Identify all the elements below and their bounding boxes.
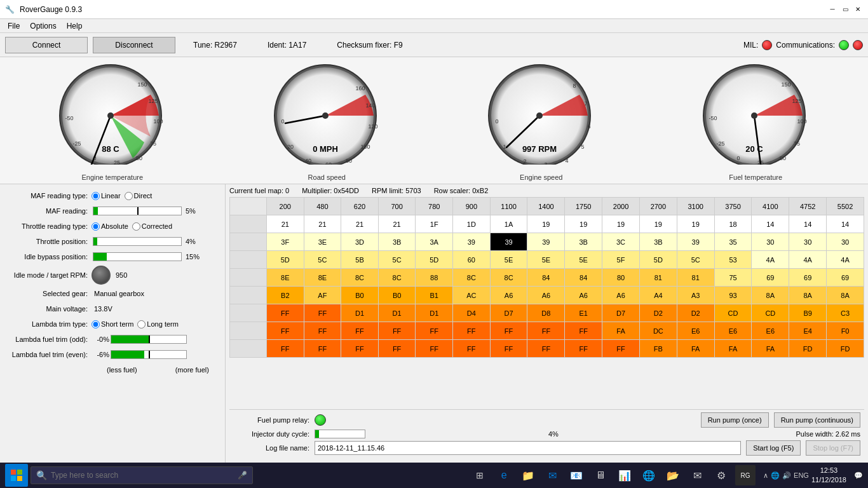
table-cell[interactable]: A4 (639, 287, 677, 304)
lambda-long-option[interactable]: Long term (137, 320, 179, 329)
run-pump-continuous-button[interactable]: Run pump (continuous) (774, 412, 860, 428)
table-cell[interactable]: FF (341, 322, 379, 340)
rovergauge-icon[interactable]: RG (735, 465, 756, 485)
table-cell[interactable]: FF (527, 340, 565, 358)
app1-icon[interactable]: 📧 (566, 465, 587, 485)
table-cell[interactable]: A6 (602, 287, 640, 304)
maximize-button[interactable]: ▭ (840, 4, 850, 15)
table-cell[interactable]: AC (453, 287, 491, 304)
table-cell[interactable]: 60 (453, 251, 491, 269)
table-cell[interactable]: 69 (752, 269, 789, 287)
table-cell[interactable]: B0 (341, 287, 379, 304)
table-cell[interactable]: A6 (490, 287, 527, 304)
table-cell[interactable]: FF (416, 322, 453, 340)
table-cell[interactable]: B1 (416, 287, 453, 304)
table-cell[interactable]: FF (565, 322, 602, 340)
table-cell[interactable]: 4A (827, 251, 864, 269)
table-cell[interactable]: F0 (827, 322, 864, 340)
table-cell[interactable]: 8A (789, 287, 827, 304)
table-cell[interactable]: FA (677, 340, 714, 358)
table-cell[interactable]: B0 (378, 287, 416, 304)
table-cell[interactable]: D7 (602, 304, 640, 322)
log-file-input[interactable] (315, 441, 741, 455)
table-cell[interactable]: FD (789, 340, 827, 358)
table-cell[interactable]: A3 (677, 287, 714, 304)
table-cell[interactable]: 19 (677, 215, 714, 233)
table-cell[interactable]: 19 (565, 215, 602, 233)
table-cell[interactable]: 5B (341, 251, 379, 269)
table-cell[interactable]: D1 (416, 304, 453, 322)
window-controls[interactable]: ─ ▭ ✕ (827, 4, 863, 15)
table-cell[interactable]: 19 (527, 215, 565, 233)
table-cell[interactable]: FF (490, 322, 527, 340)
edge-icon[interactable]: e (494, 465, 514, 485)
notifications-icon[interactable]: 💬 (854, 471, 863, 480)
table-cell[interactable]: 8E (304, 269, 341, 287)
table-cell[interactable]: 75 (714, 269, 752, 287)
table-cell[interactable]: 5D (639, 251, 677, 269)
table-cell[interactable]: A6 (527, 287, 565, 304)
start-log-button[interactable]: Start log (F5) (746, 440, 801, 456)
table-cell[interactable]: DC (639, 322, 677, 340)
table-cell[interactable]: FB (639, 340, 677, 358)
table-cell[interactable]: FF (453, 340, 491, 358)
close-button[interactable]: ✕ (853, 4, 863, 15)
table-cell[interactable]: FF (341, 340, 379, 358)
table-cell[interactable]: FD (827, 340, 864, 358)
connect-button[interactable]: Connect (5, 37, 88, 53)
start-button[interactable] (5, 464, 28, 487)
table-cell[interactable]: 4A (789, 251, 827, 269)
table-cell[interactable]: 35 (714, 233, 752, 251)
stop-log-button[interactable]: Stop log (F7) (806, 440, 860, 456)
table-cell[interactable]: 3A (416, 233, 453, 251)
search-input[interactable] (51, 471, 234, 480)
table-cell[interactable]: E1 (565, 304, 602, 322)
table-cell[interactable]: 3B (565, 233, 602, 251)
table-cell[interactable]: D1 (341, 304, 379, 322)
table-cell[interactable]: D1 (378, 304, 416, 322)
table-cell[interactable]: 5F (602, 251, 640, 269)
table-cell[interactable]: 69 (827, 269, 864, 287)
minimize-button[interactable]: ─ (827, 4, 837, 15)
menu-help[interactable]: Help (62, 20, 88, 32)
table-cell[interactable]: 5C (378, 251, 416, 269)
search-bar[interactable]: 🔍 🎤 (31, 466, 253, 484)
table-cell[interactable]: 18 (714, 215, 752, 233)
table-cell[interactable]: FF (453, 322, 491, 340)
table-cell[interactable]: 81 (639, 269, 677, 287)
table-cell[interactable]: 14 (752, 215, 789, 233)
table-cell[interactable]: 5E (565, 251, 602, 269)
table-cell[interactable]: FF (266, 322, 304, 340)
table-cell[interactable]: 21 (341, 215, 379, 233)
table-cell[interactable]: FF (304, 340, 341, 358)
table-cell[interactable]: 5D (266, 251, 304, 269)
table-cell[interactable]: 30 (789, 233, 827, 251)
table-cell[interactable]: AF (304, 287, 341, 304)
table-cell[interactable]: 5C (304, 251, 341, 269)
lambda-short-option[interactable]: Short term (92, 320, 133, 329)
table-cell[interactable]: FF (527, 322, 565, 340)
table-cell[interactable]: D2 (639, 304, 677, 322)
table-cell[interactable]: 8C (453, 269, 491, 287)
explorer-icon[interactable]: 📁 (518, 465, 538, 485)
table-cell[interactable]: 39 (527, 233, 565, 251)
table-cell[interactable]: 21 (378, 215, 416, 233)
table-cell[interactable]: 5E (490, 251, 527, 269)
table-cell[interactable]: FF (378, 322, 416, 340)
table-cell[interactable]: B2 (266, 287, 304, 304)
table-cell[interactable]: 93 (714, 287, 752, 304)
table-cell[interactable]: 3E (304, 233, 341, 251)
maf-linear-option[interactable]: Linear (92, 192, 121, 200)
table-cell[interactable]: FF (416, 340, 453, 358)
task-view-button[interactable]: ⊞ (470, 465, 490, 485)
app6-icon[interactable]: ⚙ (711, 465, 731, 485)
table-cell[interactable]: E6 (714, 322, 752, 340)
table-cell[interactable]: 3B (639, 233, 677, 251)
table-cell[interactable]: 8E (266, 269, 304, 287)
table-cell[interactable]: 8C (378, 269, 416, 287)
table-cell[interactable]: FF (266, 340, 304, 358)
table-cell[interactable]: 14 (827, 215, 864, 233)
table-cell[interactable]: B9 (789, 304, 827, 322)
table-cell[interactable]: D2 (677, 304, 714, 322)
maf-direct-option[interactable]: Direct (125, 192, 153, 200)
